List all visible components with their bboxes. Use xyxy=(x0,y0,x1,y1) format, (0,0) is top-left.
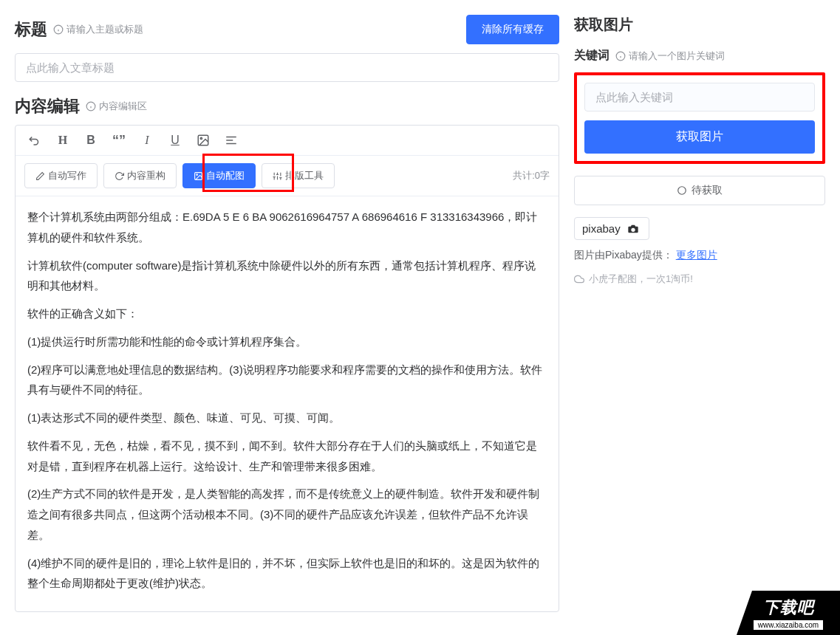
keyword-box-highlight: 获取图片 xyxy=(574,72,825,164)
editor-paragraph: (1)提供运行时所需功能和性能的命令或计算机程序集合。 xyxy=(27,332,547,352)
settings-icon xyxy=(273,171,282,181)
info-icon xyxy=(53,24,64,35)
fetch-image-button[interactable]: 获取图片 xyxy=(584,120,815,154)
title-header: 标题 请输入主题或标题 清除所有缓存 xyxy=(15,15,559,44)
title-input[interactable] xyxy=(15,53,559,82)
bold-icon[interactable]: B xyxy=(83,133,98,148)
italic-icon[interactable]: I xyxy=(140,133,154,148)
pencil-icon xyxy=(35,171,45,181)
main-panel: 标题 请输入主题或标题 清除所有缓存 内容编辑 内容编辑区 H xyxy=(15,15,559,612)
tip-row: 小虎子配图，一次1淘币! xyxy=(574,272,825,286)
align-icon[interactable] xyxy=(224,133,239,148)
refresh-icon xyxy=(115,171,124,181)
title-hint: 请输入主题或标题 xyxy=(53,23,143,36)
editor-paragraph: 软件的正确含义如下： xyxy=(27,303,547,324)
sidebar: 获取图片 关键词 请输入一个图片关键词 获取图片 待获取 pixabay 图片由… xyxy=(574,15,825,612)
image-icon[interactable] xyxy=(196,133,211,148)
auto-write-button[interactable]: 自动写作 xyxy=(24,163,98,188)
editor-paragraph: (2)程序可以满意地处理信息的数据结构。(3)说明程序功能要求和程序需要的文档的… xyxy=(27,360,547,401)
format-toolbar: H B “” I U xyxy=(16,126,559,156)
keyword-label-row: 关键词 请输入一个图片关键词 xyxy=(574,48,825,64)
quote-icon[interactable]: “” xyxy=(112,133,126,148)
restructure-button[interactable]: 内容重构 xyxy=(103,163,177,188)
undo-icon[interactable] xyxy=(27,133,42,148)
pixabay-credit: 图片由Pixabay提供： 更多图片 xyxy=(574,249,825,262)
editor-content[interactable]: 整个计算机系统由两部分组成：E.69DA 5 E 6 BA 9062616964… xyxy=(16,196,559,611)
underline-icon[interactable]: U xyxy=(168,133,182,148)
svg-point-25 xyxy=(678,187,686,195)
info-icon xyxy=(86,101,96,111)
heading-icon[interactable]: H xyxy=(55,133,70,148)
svg-point-12 xyxy=(197,174,198,175)
svg-point-7 xyxy=(200,137,202,139)
fetch-image-title: 获取图片 xyxy=(574,15,825,35)
content-label: 内容编辑 xyxy=(15,95,80,117)
keyword-input[interactable] xyxy=(584,83,815,111)
more-images-link[interactable]: 更多图片 xyxy=(676,249,717,261)
keyword-label: 关键词 xyxy=(574,48,609,64)
editor-paragraph: (1)表达形式不同的硬件类型、颜色、味道、可见、可摸、可闻。 xyxy=(27,408,547,428)
editor-paragraph: 软件看不见，无色，枯燥，看不见，摸不到，闻不到。软件大部分存在于人们的头脑或纸上… xyxy=(27,436,547,477)
editor-paragraph: 计算机软件(computer software)是指计算机系统中除硬件以外的所有… xyxy=(27,255,547,297)
info-icon xyxy=(615,51,626,61)
camera-icon xyxy=(625,223,641,235)
status-button[interactable]: 待获取 xyxy=(574,176,825,205)
action-toolbar: 自动写作 内容重构 自动配图 排版工具 共计:0字 xyxy=(16,156,559,196)
editor-paragraph: 整个计算机系统由两部分组成：E.69DA 5 E 6 BA 9062616964… xyxy=(27,207,547,248)
layout-tool-button[interactable]: 排版工具 xyxy=(262,163,335,188)
keyword-hint: 请输入一个图片关键词 xyxy=(615,49,725,63)
editor-paragraph: (2)生产方式不同的软件是开发，是人类智能的高发挥，而不是传统意义上的硬件制造。… xyxy=(27,484,547,545)
circle-icon xyxy=(677,185,687,196)
word-count: 共计:0字 xyxy=(513,169,550,182)
content-header: 内容编辑 内容编辑区 xyxy=(15,95,559,117)
title-label: 标题 xyxy=(15,18,47,41)
content-hint: 内容编辑区 xyxy=(86,100,147,113)
auto-image-button[interactable]: 自动配图 xyxy=(182,163,256,188)
watermark: 下载吧 www.xiazaiba.com xyxy=(737,591,840,635)
picture-icon xyxy=(194,171,203,181)
editor-box: H B “” I U 自动写作 内容重构 xyxy=(15,125,559,612)
cloud-icon xyxy=(574,274,584,284)
clear-cache-button[interactable]: 清除所有缓存 xyxy=(466,15,559,44)
editor-paragraph: (4)维护不同的硬件是旧的，理论上软件是旧的，并不坏，但实际上软件也是旧的和坏的… xyxy=(27,553,547,594)
pixabay-badge: pixabay xyxy=(574,217,649,240)
